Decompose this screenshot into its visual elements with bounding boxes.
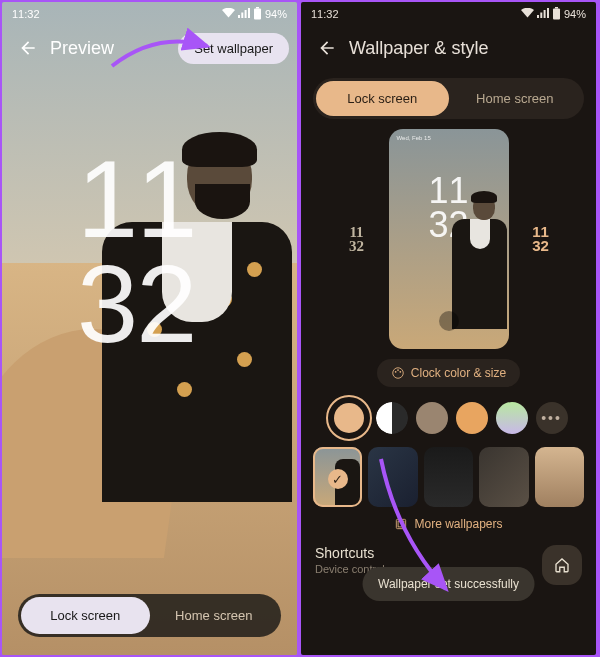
style-header: Wallpaper & style	[301, 26, 596, 70]
wallpaper-thumb-1[interactable]: ✓	[313, 447, 362, 507]
tab-lock-screen[interactable]: Lock screen	[316, 81, 449, 116]
wallpaper-thumb-4[interactable]	[479, 447, 528, 507]
lockscreen-preview[interactable]: Wed, Feb 15 11 32	[389, 129, 509, 349]
svg-point-9	[397, 369, 399, 371]
battery-icon	[253, 7, 262, 22]
wallpaper-style-screen: 11:32 94% Wallpaper & style Lock screen …	[301, 2, 596, 655]
mini-date: Wed, Feb 15	[397, 135, 431, 141]
wifi-icon	[521, 8, 534, 20]
fingerprint-icon	[439, 311, 459, 331]
svg-rect-1	[256, 7, 259, 9]
lock-clock: 11 32	[77, 147, 195, 356]
svg-point-8	[395, 371, 397, 373]
color-swatches: •••	[301, 399, 596, 437]
signal-icon	[238, 8, 250, 20]
home-shortcut-button[interactable]	[542, 545, 582, 585]
status-time: 11:32	[12, 8, 40, 20]
status-bar: 11:32 94%	[2, 2, 297, 26]
svg-rect-5	[553, 8, 560, 19]
preview-tabs: Lock screen Home screen	[18, 594, 281, 637]
preview-header: Preview Set wallpaper	[2, 26, 297, 70]
set-wallpaper-button[interactable]: Set wallpaper	[178, 33, 289, 64]
wallpaper-icon	[394, 517, 408, 531]
clock-hours: 11	[77, 147, 195, 252]
clock-style-row: 11 32 Wed, Feb 15 11 32 11 32	[301, 129, 596, 349]
clock-color-size-button[interactable]: Clock color & size	[377, 359, 520, 387]
status-time: 11:32	[311, 8, 339, 20]
tab-home-screen[interactable]: Home screen	[449, 81, 582, 116]
svg-point-10	[399, 371, 401, 373]
battery-icon	[552, 7, 561, 22]
page-title: Preview	[50, 38, 114, 59]
success-toast: Wallpaper set successfully	[362, 567, 535, 601]
color-swatch-4[interactable]	[456, 402, 488, 434]
clock-style-option-2[interactable]: 11 32	[517, 215, 565, 263]
clock-minutes: 32	[77, 252, 195, 357]
more-colors-button[interactable]: •••	[536, 402, 568, 434]
signal-icon	[537, 8, 549, 20]
svg-rect-0	[254, 8, 261, 19]
wallpaper-thumbnails: ✓	[301, 447, 596, 507]
preview-screen: 11:32 94% Preview Set wallpaper 11 32	[2, 2, 297, 655]
back-button[interactable]	[309, 30, 345, 66]
tab-lock-screen[interactable]: Lock screen	[21, 597, 150, 634]
check-icon: ✓	[328, 469, 348, 489]
status-bar: 11:32 94%	[301, 2, 596, 26]
battery-percent: 94%	[564, 8, 586, 20]
home-icon	[553, 556, 571, 574]
back-button[interactable]	[10, 30, 46, 66]
svg-rect-6	[555, 7, 558, 9]
color-swatch-selected[interactable]	[330, 399, 368, 437]
wifi-icon	[222, 8, 235, 20]
wallpaper-thumb-5[interactable]	[535, 447, 584, 507]
page-title: Wallpaper & style	[349, 38, 488, 59]
wallpaper-thumb-2[interactable]	[368, 447, 417, 507]
palette-icon	[391, 366, 405, 380]
tab-home-screen[interactable]: Home screen	[150, 597, 279, 634]
color-swatch-3[interactable]	[416, 402, 448, 434]
wallpaper-thumb-3[interactable]	[424, 447, 473, 507]
color-swatch-bw[interactable]	[376, 402, 408, 434]
clock-style-option-1[interactable]: 11 32	[333, 215, 381, 263]
battery-percent: 94%	[265, 8, 287, 20]
more-wallpapers-button[interactable]: More wallpapers	[301, 517, 596, 531]
screen-tabs: Lock screen Home screen	[313, 78, 584, 119]
svg-rect-12	[399, 521, 405, 527]
color-swatch-5[interactable]	[496, 402, 528, 434]
shortcuts-title: Shortcuts	[315, 545, 542, 561]
